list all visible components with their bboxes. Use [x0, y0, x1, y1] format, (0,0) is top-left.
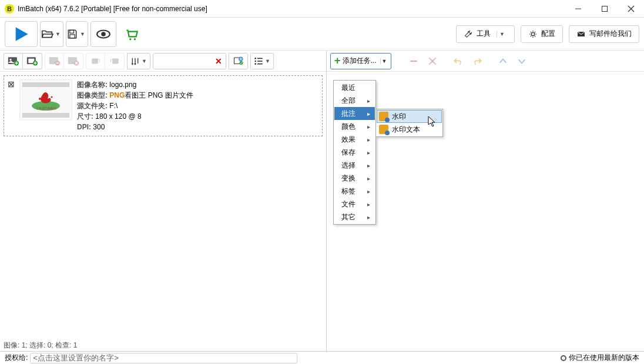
remove-task-button [405, 53, 422, 69]
move-down-button [514, 53, 530, 69]
mail-icon [576, 29, 586, 39]
preview-button[interactable] [90, 21, 116, 47]
size-label: 尺寸: [77, 112, 93, 121]
sort-icon [130, 56, 140, 66]
task-category-menu: 最近 全部 批注 颜色 效果 保存 选择 变换 标签 文件 其它 [333, 80, 376, 225]
maximize-button[interactable] [591, 0, 618, 18]
left-pane: ▼ ✕ ▼ ⊠ [0, 51, 327, 351]
image-item[interactable]: ⊠ 小兔花艺旗舰店 图像名称: logo.png 图像类型: PNG看图王 PN… [4, 75, 323, 136]
config-button[interactable]: 配置 [521, 25, 563, 43]
gear-icon [528, 29, 538, 39]
menu-item-color[interactable]: 颜色 [334, 120, 375, 133]
minus-icon [408, 56, 419, 66]
redo-icon [472, 56, 482, 66]
x-icon [428, 56, 437, 66]
svg-rect-23 [92, 58, 98, 64]
submenu-label: 水印文本 [392, 125, 420, 135]
open-folder-button[interactable]: ▼ [40, 21, 63, 47]
remove-image-button [45, 53, 64, 69]
mail-label: 写邮件给我们 [589, 29, 632, 39]
view-mode-button[interactable]: ▼ [250, 53, 274, 69]
type-value: 看图王 PNG 图片文件 [125, 91, 193, 99]
wrench-icon [464, 29, 473, 39]
add-folder-button[interactable] [23, 53, 42, 69]
svg-text:小兔花艺旗舰店: 小兔花艺旗舰店 [36, 106, 56, 110]
thumbnail-image: 小兔花艺旗舰店 [28, 88, 63, 112]
undo-icon [453, 56, 464, 66]
image-list: ⊠ 小兔花艺旗舰店 图像名称: logo.png 图像类型: PNG看图王 PN… [0, 72, 326, 339]
menu-item-annotate[interactable]: 批注 [334, 107, 375, 120]
minimize-icon [575, 5, 582, 12]
minimize-button[interactable] [565, 0, 591, 18]
menu-item-tag[interactable]: 标签 [334, 185, 375, 198]
authorize-input[interactable] [30, 353, 297, 363]
dpi-value: 300 [93, 123, 105, 131]
folder-label: 源文件夹: [77, 102, 108, 110]
submenu-item-watermark[interactable]: 水印 [377, 110, 442, 123]
delete-task-button [424, 53, 441, 69]
svg-point-28 [254, 58, 256, 59]
remove-all-button [64, 53, 83, 69]
sort-button[interactable]: ▼ [127, 53, 150, 69]
tools-label: 工具 [477, 29, 491, 39]
submenu-label: 水印 [392, 112, 406, 122]
chevron-up-icon [498, 56, 508, 66]
image-cancel-icon [68, 56, 79, 66]
add-image-button[interactable] [4, 53, 23, 69]
menu-item-select[interactable]: 选择 [334, 159, 375, 172]
folder-value: F:\ [109, 102, 118, 110]
type-badge: PNG [109, 91, 125, 99]
svg-rect-6 [70, 34, 75, 38]
svg-rect-24 [112, 58, 119, 64]
filter-button[interactable] [229, 53, 248, 69]
menu-item-save[interactable]: 保存 [334, 146, 375, 159]
clear-search-button[interactable]: ✕ [215, 56, 222, 66]
svg-point-32 [254, 63, 256, 65]
dropdown-arrow-icon: ▼ [497, 31, 507, 37]
task-toolbar: + 添加任务... ▼ [327, 51, 644, 72]
rotate-left-icon [90, 56, 101, 66]
svg-point-8 [101, 32, 106, 36]
watermark-text-icon [379, 125, 388, 134]
config-label: 配置 [541, 29, 555, 39]
move-up-button [495, 53, 511, 69]
tools-button[interactable]: 工具 ▼ [456, 25, 515, 43]
svg-point-30 [254, 60, 256, 62]
dropdown-arrow-icon: ▼ [80, 31, 85, 37]
image-count-status: 图像: 1; 选择: 0; 检查: 1 [0, 339, 326, 351]
menu-item-transform[interactable]: 变换 [334, 172, 375, 185]
save-icon [66, 28, 78, 40]
mail-button[interactable]: 写邮件给我们 [569, 25, 639, 43]
menu-item-other[interactable]: 其它 [334, 211, 375, 223]
chevron-down-icon [517, 56, 526, 66]
filter-gear-icon [233, 56, 244, 66]
search-box[interactable]: ✕ [153, 53, 226, 69]
cart-icon [124, 26, 139, 42]
menu-item-file[interactable]: 文件 [334, 198, 375, 211]
version-status: 你已在使用最新的版本 [561, 353, 639, 363]
menu-item-recent[interactable]: 最近 [334, 81, 375, 94]
shop-button[interactable] [119, 21, 145, 47]
menu-item-all[interactable]: 全部 [334, 94, 375, 107]
dropdown-arrow-icon: ▼ [55, 31, 61, 37]
menu-item-effect[interactable]: 效果 [334, 133, 375, 146]
close-icon [628, 5, 635, 12]
play-icon [13, 26, 29, 42]
item-checkbox[interactable]: ⊠ [8, 79, 15, 132]
annotate-submenu: 水印 水印文本 [375, 109, 443, 137]
folder-open-icon [41, 28, 53, 41]
svg-rect-1 [602, 6, 607, 11]
svg-point-14 [9, 58, 11, 60]
title-bar: B ImBatch (x64) 7.6.2 [Portable] [Free f… [0, 0, 644, 18]
app-icon: B [5, 4, 14, 14]
dropdown-arrow-icon: ▼ [265, 58, 270, 64]
folder-add-icon [26, 56, 38, 66]
run-button[interactable] [5, 21, 38, 47]
eye-icon [96, 26, 111, 42]
submenu-item-watermark-text[interactable]: 水印文本 [377, 123, 442, 136]
item-thumbnail: 小兔花艺旗舰店 [19, 79, 72, 121]
close-button[interactable] [618, 0, 644, 18]
add-task-button[interactable]: + 添加任务... ▼ [330, 53, 391, 69]
save-button[interactable]: ▼ [66, 21, 88, 47]
search-input[interactable] [157, 57, 213, 65]
